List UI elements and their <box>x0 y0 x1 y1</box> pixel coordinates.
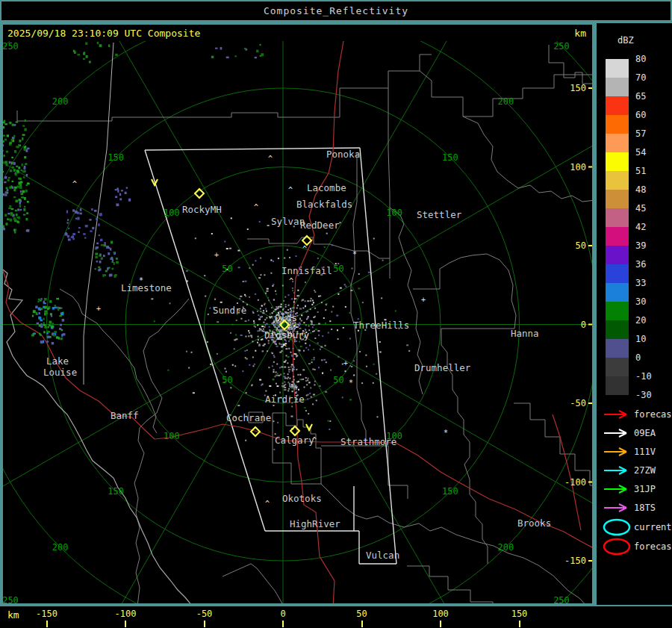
clutter-pixel <box>270 313 271 314</box>
clutter-pixel <box>323 317 325 319</box>
echo-pixel <box>37 301 39 302</box>
echo-pixel <box>84 52 86 55</box>
clutter-pixel <box>309 345 311 346</box>
clutter-pixel <box>279 367 281 368</box>
city-label-calgary: Calgary <box>275 435 314 446</box>
echo-pixel <box>43 331 45 333</box>
clutter-pixel <box>299 318 301 320</box>
clutter-pixel <box>229 248 231 249</box>
legend-arrow-111V <box>604 448 626 456</box>
city-label-hanna: Hanna <box>511 328 539 339</box>
echo-pixel <box>15 228 16 231</box>
clutter-pixel <box>258 299 259 301</box>
clutter-pixel <box>316 400 317 401</box>
clutter-pixel <box>245 440 246 441</box>
clutter-pixel <box>310 300 311 302</box>
echo-pixel <box>99 261 102 264</box>
x-tick <box>361 621 363 627</box>
map-marker: * <box>349 379 353 387</box>
clutter-pixel <box>290 352 291 353</box>
colorbar-label: 70 <box>635 73 665 82</box>
echo-pixel <box>14 187 17 189</box>
clutter-pixel <box>260 308 261 309</box>
city-label-banff: Banff <box>111 410 139 421</box>
clutter-pixel <box>292 370 293 371</box>
echo-pixel <box>96 243 99 245</box>
clutter-pixel <box>311 320 313 322</box>
clutter-pixel <box>273 341 275 343</box>
city-label-airdrie: Airdrie <box>265 394 305 405</box>
legend-arrow-31JP <box>604 485 626 493</box>
clutter-pixel <box>293 353 296 355</box>
colorbar-label: 42 <box>635 223 665 231</box>
echo-pixel <box>16 121 18 122</box>
colorbar-label: 54 <box>635 148 665 157</box>
ring-label: 50 <box>333 264 343 274</box>
clutter-pixel <box>349 312 350 314</box>
clutter-pixel <box>263 322 264 323</box>
clutter-pixel <box>230 332 231 334</box>
echo-pixel <box>20 190 22 193</box>
echo-pixel <box>92 227 94 229</box>
legend-arrow-label: 18TS <box>634 503 656 513</box>
echo-pixel <box>125 192 127 194</box>
echo-pixel <box>105 270 108 273</box>
echo-pixel <box>261 53 264 56</box>
clutter-pixel <box>353 374 355 376</box>
echo-pixel <box>111 258 113 260</box>
clutter-pixel <box>260 274 261 276</box>
y-tick-label: 50 <box>576 240 586 251</box>
clutter-pixel <box>231 217 232 219</box>
clutter-pixel <box>151 298 153 299</box>
echo-pixel <box>84 237 86 239</box>
clutter-pixel <box>188 367 190 369</box>
radar-map[interactable]: 5050505010010010010015015015015020020020… <box>1 23 594 605</box>
clutter-pixel <box>340 222 341 223</box>
clutter-pixel <box>186 351 187 352</box>
clutter-pixel <box>292 391 293 392</box>
legend-arrow-label: forecast <box>634 409 672 420</box>
echo-pixel <box>26 229 29 232</box>
echo-pixel <box>7 213 10 214</box>
clutter-pixel <box>272 352 273 354</box>
echo-pixel <box>108 44 110 46</box>
clutter-pixel <box>373 382 374 384</box>
clutter-pixel <box>345 306 346 308</box>
echo-pixel <box>66 222 68 224</box>
echo-pixel <box>19 205 22 208</box>
clutter-pixel <box>255 260 256 261</box>
clutter-pixel <box>249 296 250 298</box>
clutter-pixel <box>264 343 265 345</box>
x-tick <box>125 621 126 627</box>
echo-pixel <box>24 146 26 149</box>
clutter-pixel <box>299 341 300 342</box>
echo-pixel <box>96 246 99 249</box>
clutter-pixel <box>282 382 284 384</box>
x-tick-label: 100 <box>432 609 449 619</box>
clutter-pixel <box>305 410 307 411</box>
clutter-pixel <box>308 382 310 383</box>
clutter-pixel <box>293 307 294 308</box>
map-unit-label: km <box>574 28 586 39</box>
clutter-pixel <box>298 389 299 391</box>
echo-pixel <box>17 185 20 187</box>
clutter-pixel <box>265 391 267 392</box>
city-label-stettler: Stettler <box>417 209 462 220</box>
ring-label: 100 <box>164 208 180 218</box>
clutter-pixel <box>287 362 288 364</box>
clutter-pixel <box>248 320 249 321</box>
clutter-pixel <box>290 326 291 327</box>
clutter-pixel <box>226 248 228 249</box>
clutter-pixel <box>299 350 300 352</box>
clutter-pixel <box>268 367 270 368</box>
echo-pixel <box>44 326 46 329</box>
colorbar-label: 30 <box>635 297 665 306</box>
clutter-pixel <box>313 317 314 318</box>
map-marker: + <box>214 251 219 259</box>
clutter-pixel <box>288 327 290 329</box>
echo-pixel <box>11 139 13 141</box>
echo-pixel <box>19 184 22 187</box>
clutter-pixel <box>302 307 304 308</box>
clutter-pixel <box>301 300 302 302</box>
clutter-pixel <box>245 336 246 338</box>
